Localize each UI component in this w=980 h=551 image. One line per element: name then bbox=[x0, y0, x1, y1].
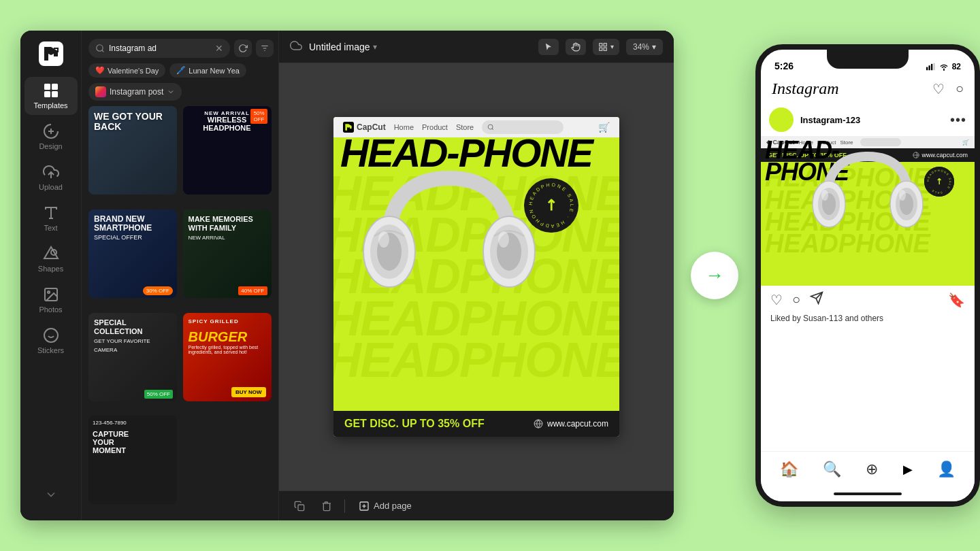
editor-panel: Templates Design Upload bbox=[20, 31, 674, 520]
search-input-wrap[interactable]: ✕ bbox=[88, 39, 230, 58]
add-page-btn[interactable]: Add page bbox=[353, 498, 417, 514]
svg-point-10 bbox=[48, 291, 50, 293]
phone-nav-home[interactable]: 🏠 bbox=[780, 461, 798, 478]
template-card-7[interactable]: 123-456-7890 CAPTUREYOURMOMENT bbox=[88, 416, 177, 504]
sidebar-item-upload[interactable]: Upload bbox=[24, 158, 78, 197]
phone-nav-reels[interactable]: ▶ bbox=[903, 462, 913, 477]
search-area: ✕ bbox=[82, 31, 278, 83]
save-btn[interactable]: 🔖 bbox=[948, 292, 965, 308]
sidebar-item-photos[interactable]: Photos bbox=[24, 281, 78, 319]
svg-point-52 bbox=[821, 190, 828, 201]
svg-point-11 bbox=[44, 329, 58, 342]
post-sale-badge: HEADPHONE SALE · SALE · ↗ bbox=[924, 167, 954, 197]
template-card-2[interactable]: NEW ARRIVAL WIRELESSHEADPHONE 50%OFF bbox=[183, 106, 272, 195]
valentines-label: Valentine's Day bbox=[108, 67, 159, 75]
hand-icon bbox=[571, 42, 581, 52]
phone-nav-profile[interactable]: 👤 bbox=[937, 461, 956, 478]
phone-time: 5:26 bbox=[774, 61, 794, 71]
phone-status-icons: 82 bbox=[926, 62, 961, 71]
sidebar-item-design[interactable]: Design bbox=[24, 118, 78, 156]
post-actions: ♡ ○ 🔖 bbox=[761, 286, 975, 314]
sidebar: Templates Design Upload bbox=[20, 31, 82, 520]
sidebar-expand-btn[interactable] bbox=[37, 481, 65, 511]
search-refresh-btn[interactable] bbox=[234, 39, 252, 57]
svg-rect-4 bbox=[52, 91, 58, 97]
shapes-label: Shapes bbox=[38, 265, 63, 273]
share-btn[interactable] bbox=[810, 291, 823, 308]
svg-point-53 bbox=[899, 190, 906, 201]
tag-lunar[interactable]: 🖊️ Lunar New Yea bbox=[169, 63, 246, 78]
sidebar-item-text[interactable]: Text bbox=[24, 199, 78, 237]
message-icon[interactable]: ○ bbox=[956, 81, 964, 97]
svg-rect-2 bbox=[52, 84, 58, 90]
svg-rect-20 bbox=[604, 43, 606, 46]
template-card-6[interactable]: SPICY GRILLED Burger Perfectly grilled, … bbox=[183, 313, 272, 401]
zoom-chevron: ▾ bbox=[652, 42, 656, 52]
hand-tool-btn[interactable] bbox=[566, 39, 586, 55]
templates-icon bbox=[43, 82, 59, 99]
template-card-1[interactable]: WE GOT YOUR BACK bbox=[88, 106, 177, 195]
capcut-logo[interactable] bbox=[37, 40, 65, 67]
instagram-filter-row: Instagram post bbox=[82, 83, 278, 106]
stickers-icon bbox=[43, 327, 59, 344]
svg-point-32 bbox=[378, 231, 389, 248]
canvas-image-container[interactable]: CapCut Home Product Store 🛒 bbox=[333, 117, 619, 437]
search-row: ✕ bbox=[88, 39, 272, 58]
svg-rect-1 bbox=[44, 84, 50, 90]
instagram-header-icons: ♡ ○ bbox=[932, 81, 964, 97]
comment-btn[interactable]: ○ bbox=[792, 292, 800, 307]
template-card-5[interactable]: SPECIALCOLLECTIONGET YOUR FAVORITE CAMER… bbox=[88, 313, 177, 401]
photos-label: Photos bbox=[39, 305, 62, 314]
delete-page-btn[interactable] bbox=[317, 498, 336, 514]
url-value: www.capcut.com bbox=[547, 419, 608, 429]
action-icons-left: ♡ ○ bbox=[770, 291, 823, 308]
canvas-bottom-bar: Add page bbox=[279, 490, 674, 520]
tag-row: ❤️ Valentine's Day 🖊️ Lunar New Yea bbox=[88, 63, 272, 78]
refresh-icon bbox=[238, 44, 248, 53]
bottom-separator bbox=[344, 499, 345, 513]
doc-title[interactable]: Untitled image ▾ bbox=[309, 41, 377, 52]
tag-valentines[interactable]: ❤️ Valentine's Day bbox=[88, 63, 165, 78]
battery-value: 82 bbox=[952, 62, 961, 71]
svg-rect-21 bbox=[600, 48, 602, 50]
instagram-filter-label: Instagram post bbox=[110, 87, 163, 97]
instagram-filter-btn[interactable]: Instagram post bbox=[88, 83, 182, 101]
sidebar-item-templates[interactable]: Templates bbox=[24, 77, 78, 115]
search-icon bbox=[95, 44, 105, 53]
doc-title-chevron: ▾ bbox=[373, 42, 377, 52]
doc-title-text: Untitled image bbox=[309, 41, 370, 52]
template-card-4[interactable]: MAKE MEMORIESWITH FAMILYNEW ARRIVAL 40% … bbox=[183, 210, 272, 298]
view-mode-label: ▾ bbox=[610, 43, 614, 50]
phone-navbar: 🏠 🔍 ⊕ ▶ 👤 bbox=[761, 451, 975, 486]
search-clear-btn[interactable]: ✕ bbox=[215, 43, 223, 54]
cursor-tool-btn[interactable] bbox=[538, 39, 559, 55]
post-image: ◆ CapCut Home Product Store 🛒 HEADPHONE … bbox=[761, 136, 975, 286]
home-indicator bbox=[761, 486, 975, 501]
instagram-header: Instagram ♡ ○ bbox=[761, 74, 975, 103]
filter-btn[interactable] bbox=[256, 39, 274, 57]
stickers-label: Stickers bbox=[37, 346, 64, 354]
view-mode-btn[interactable]: ▾ bbox=[593, 39, 619, 55]
signal-icon bbox=[926, 63, 936, 71]
sidebar-item-stickers[interactable]: Stickers bbox=[24, 322, 78, 360]
svg-line-15 bbox=[102, 50, 104, 52]
upload-label: Upload bbox=[39, 183, 63, 191]
post-more-btn[interactable]: ••• bbox=[950, 112, 966, 128]
sidebar-item-shapes[interactable]: Shapes bbox=[24, 240, 78, 278]
duplicate-page-btn[interactable] bbox=[290, 498, 309, 514]
duplicate-icon bbox=[294, 501, 305, 512]
canvas-design[interactable]: CapCut Home Product Store 🛒 bbox=[333, 117, 619, 437]
search-input[interactable] bbox=[109, 44, 211, 53]
transition-arrow-container: → bbox=[687, 252, 742, 299]
template-card-3[interactable]: BRAND NEWSMARTPHONESPECIAL OFFER 30% OFF bbox=[88, 210, 177, 298]
zoom-btn[interactable]: 34% ▾ bbox=[626, 39, 663, 55]
svg-rect-43 bbox=[928, 65, 930, 70]
phone-nav-search[interactable]: 🔍 bbox=[823, 461, 841, 478]
cloud-icon bbox=[290, 39, 302, 54]
zoom-value: 34% bbox=[633, 42, 649, 52]
phone-notch bbox=[827, 50, 909, 69]
shapes-icon bbox=[43, 246, 59, 262]
phone-nav-create[interactable]: ⊕ bbox=[866, 461, 878, 478]
heart-icon[interactable]: ♡ bbox=[932, 81, 945, 97]
like-btn[interactable]: ♡ bbox=[770, 292, 783, 308]
